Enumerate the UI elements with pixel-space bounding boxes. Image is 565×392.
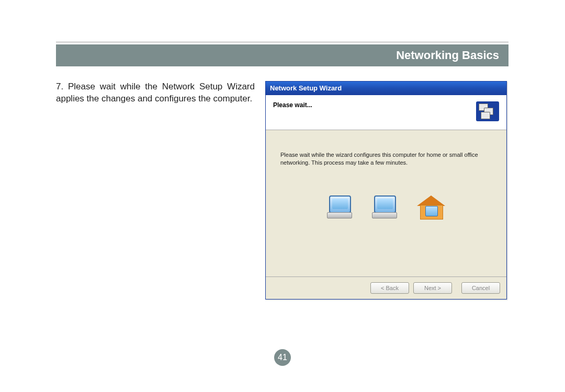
- cancel-button[interactable]: Cancel: [461, 282, 500, 294]
- network-setup-wizard-dialog: Network Setup Wizard Please wait... Plea…: [265, 81, 507, 299]
- dialog-body-text: Please wait while the wizard configures …: [280, 151, 492, 167]
- dialog-titlebar: Network Setup Wizard: [266, 82, 506, 95]
- section-header-bar: Networking Basics: [56, 44, 508, 66]
- page-number: 41: [274, 349, 291, 366]
- next-button[interactable]: Next >: [413, 282, 452, 294]
- back-button[interactable]: < Back: [370, 282, 409, 294]
- dialog-title: Network Setup Wizard: [270, 84, 342, 92]
- top-divider: [56, 42, 508, 42]
- dialog-body: Please wait while the wizard configures …: [266, 130, 506, 276]
- instruction-text: 7. Please wait while the Network Setup W…: [56, 81, 255, 105]
- progress-icon-row: [280, 195, 492, 220]
- content-row: 7. Please wait while the Network Setup W…: [56, 81, 508, 299]
- network-computers-icon: [476, 101, 499, 121]
- home-network-icon: [417, 195, 445, 220]
- document-page: Networking Basics 7. Please wait while t…: [56, 42, 508, 299]
- computer-icon: [372, 195, 396, 218]
- dialog-header-panel: Please wait...: [266, 95, 506, 130]
- section-title: Networking Basics: [396, 49, 499, 62]
- page-number-value: 41: [278, 353, 287, 362]
- computer-icon: [327, 195, 351, 218]
- dialog-footer: < Back Next > Cancel: [266, 276, 506, 299]
- screenshot-column: Network Setup Wizard Please wait... Plea…: [265, 81, 508, 299]
- dialog-header-text: Please wait...: [273, 101, 312, 109]
- instruction-column: 7. Please wait while the Network Setup W…: [56, 81, 265, 105]
